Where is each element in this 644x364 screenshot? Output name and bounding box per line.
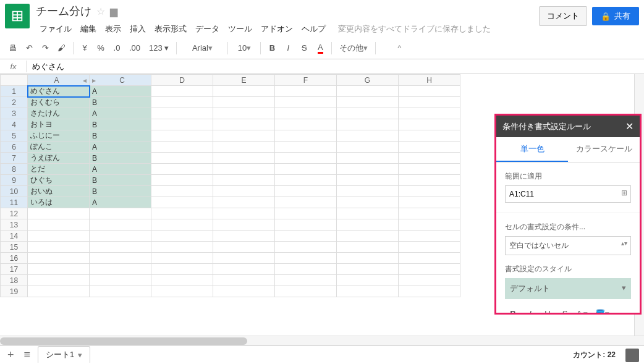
menu-データ[interactable]: データ [192,21,223,37]
cell[interactable] [337,186,399,197]
menu-ツール[interactable]: ツール [224,21,256,37]
cell[interactable] [337,231,399,242]
cell[interactable]: ぽんこ [28,142,90,153]
tab-single-color[interactable]: 単一色 [496,137,568,162]
cell[interactable] [399,242,460,253]
chevron-up-icon[interactable]: ^ [392,40,407,56]
row-header[interactable]: 6 [1,142,28,153]
increase-decimal-icon[interactable]: .00 [125,40,144,56]
cell[interactable] [275,164,337,175]
cell[interactable] [90,264,151,275]
cell[interactable] [213,275,275,286]
cell[interactable] [90,286,151,297]
cell[interactable] [151,186,213,197]
redo-icon[interactable]: ↷ [38,40,53,56]
cell[interactable] [213,186,275,197]
cell[interactable] [151,119,213,130]
percent-icon[interactable]: % [93,40,108,56]
currency-icon[interactable]: ¥ [77,40,92,56]
cell[interactable]: B [90,186,151,197]
cell[interactable]: A [90,142,151,153]
text-color-icon[interactable]: A ▾ [574,305,590,313]
range-input[interactable] [505,185,631,203]
cell[interactable] [213,264,275,275]
cell[interactable] [28,275,90,286]
cell[interactable] [151,130,213,142]
cell[interactable] [337,264,399,275]
cell[interactable] [213,108,275,119]
cell[interactable] [275,275,337,286]
cell[interactable]: おいぬ [28,186,90,197]
cell[interactable] [337,208,399,219]
cell[interactable]: B [90,175,151,186]
cell[interactable] [90,242,151,253]
cell[interactable] [399,219,460,231]
style-preview[interactable]: デフォルト ▾ [505,278,631,299]
cell[interactable] [275,286,337,297]
cell[interactable] [213,142,275,153]
cell[interactable] [275,231,337,242]
cell[interactable] [275,119,337,130]
explore-icon[interactable] [625,349,639,362]
cell[interactable] [399,231,460,242]
cell[interactable] [151,108,213,119]
cell[interactable]: ふじにー [28,130,90,142]
cell[interactable] [399,175,460,186]
cell[interactable] [399,164,460,175]
cell[interactable] [151,197,213,208]
cell[interactable] [151,286,213,297]
cell[interactable]: おトヨ [28,119,90,130]
menu-編集[interactable]: 編集 [77,21,100,37]
cell[interactable] [337,286,399,297]
grid-select-icon[interactable]: ⊞ [621,188,627,197]
row-header[interactable]: 14 [1,231,28,242]
column-header-F[interactable]: F [275,75,337,86]
cell[interactable] [275,97,337,108]
cell[interactable]: おくむら [28,97,90,108]
column-header-D[interactable]: D [151,75,213,86]
formula-input[interactable] [27,61,644,72]
cell[interactable] [213,119,275,130]
cell[interactable] [213,130,275,142]
cell[interactable] [90,231,151,242]
cell[interactable] [399,142,460,153]
row-header[interactable]: 8 [1,164,28,175]
cell[interactable]: A [90,197,151,208]
cell[interactable] [213,164,275,175]
doc-title[interactable]: チーム分け [36,4,91,19]
cell[interactable] [151,253,213,264]
cell[interactable] [151,264,213,275]
cell[interactable]: いろは [28,197,90,208]
cell[interactable] [28,286,90,297]
cell[interactable] [337,164,399,175]
close-icon[interactable]: ✕ [625,121,633,132]
italic-icon[interactable]: I [281,40,295,56]
cell[interactable] [90,208,151,219]
cell[interactable]: B [90,153,151,164]
share-button[interactable]: 🔒共有 [592,7,639,25]
cell[interactable] [275,208,337,219]
column-header-H[interactable]: H [399,75,460,86]
cell[interactable]: めぐさん [28,86,90,97]
cell[interactable] [213,242,275,253]
cell[interactable] [275,197,337,208]
cell[interactable] [28,253,90,264]
cell[interactable] [213,231,275,242]
cell[interactable] [213,219,275,231]
comment-button[interactable]: コメント [539,6,587,26]
row-header[interactable]: 4 [1,119,28,130]
cell[interactable] [337,275,399,286]
row-header[interactable]: 15 [1,242,28,253]
cell[interactable]: ひぐち [28,175,90,186]
cell[interactable] [337,219,399,231]
column-header-A[interactable]: ◂A [28,75,90,86]
cell[interactable] [275,253,337,264]
cell[interactable] [213,153,275,164]
cell[interactable]: とだ [28,164,90,175]
row-header[interactable]: 1 [1,86,28,97]
more-formats[interactable]: その他 ▾ [336,40,371,56]
row-header[interactable]: 2 [1,97,28,108]
cell[interactable] [399,253,460,264]
cell[interactable]: A [90,108,151,119]
underline-icon[interactable]: U [540,305,556,313]
